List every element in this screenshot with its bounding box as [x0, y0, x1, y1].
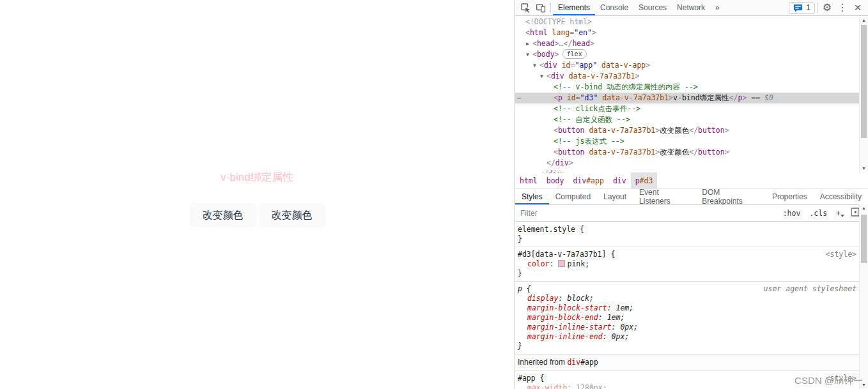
dom-tree-row[interactable]: <button data-v-7a7a37b1>改变颜色</button> [515, 147, 868, 158]
style-property[interactable]: margin-inline-end: 0px; [518, 332, 856, 342]
breadcrumb-item-body[interactable]: body [542, 172, 569, 188]
twisty-icon[interactable]: ▼ [540, 71, 546, 82]
scrollbar-thumb[interactable] [861, 25, 867, 138]
sidebar-tab-bar: StylesComputedLayoutEvent ListenersDOM B… [515, 189, 868, 205]
dom-tree-row[interactable]: ⋯<p id="d3" data-v-7a7a37b1>v-bind绑定属性</… [515, 93, 868, 103]
twisty-icon[interactable]: ▼ [526, 49, 532, 60]
breadcrumb-item-div#app[interactable]: div#app [568, 172, 608, 188]
sidebar-tab-dom-breakpoints[interactable]: DOM Breakpoints [695, 189, 766, 204]
style-property[interactable]: margin-block-start: 1em; [518, 303, 856, 313]
dom-tree-row[interactable]: <html lang="en"> [515, 27, 868, 38]
style-rule: <style>#d3[data-v-7a7a37b1] {color: pink… [515, 247, 859, 282]
tab-console[interactable]: Console [595, 0, 633, 15]
sidebar-tab-properties[interactable]: Properties [766, 189, 814, 204]
devtools-panel: ElementsConsoleSourcesNetwork » 1 ⚙ ⋮ × … [515, 0, 868, 389]
page-buttons-row: 改变颜色 改变颜色 [0, 203, 515, 227]
style-selector[interactable]: #app { [518, 374, 856, 383]
tab-elements[interactable]: Elements [553, 0, 595, 15]
dom-tree-row[interactable]: ▼<div data-v-7a7a37b1> [515, 71, 868, 82]
row-overflow-icon: ⋯ [517, 93, 522, 103]
breadcrumb-item-p#d3[interactable]: p#d3 [631, 172, 658, 188]
style-property[interactable]: color: pink; [518, 259, 856, 269]
web-page: v-bind绑定属性 改变颜色 改变颜色 [0, 0, 515, 389]
dom-tree-row[interactable]: <!DOCTYPE html> [515, 17, 868, 27]
kebab-menu-icon[interactable]: ⋮ [835, 0, 850, 15]
styles-pane: element.style {}<style>#d3[data-v-7a7a37… [515, 222, 859, 389]
page-title: v-bind绑定属性 [0, 170, 515, 185]
device-toolbar-icon[interactable] [533, 0, 548, 15]
toolbar-right-group: 1 ⚙ ⋮ × [789, 0, 868, 15]
style-selector[interactable]: element.style { [518, 225, 856, 234]
breadcrumb-item-div[interactable]: div [608, 172, 631, 188]
style-property[interactable]: margin-inline-start: 0px; [518, 323, 856, 332]
devtools-toolbar: ElementsConsoleSourcesNetwork » 1 ⚙ ⋮ × [515, 0, 868, 16]
twisty-icon[interactable]: ▼ [533, 60, 539, 71]
style-property[interactable]: margin-block-end: 1em; [518, 313, 856, 323]
sidebar-tab-layout[interactable]: Layout [597, 189, 633, 204]
message-bubble-icon [793, 3, 803, 13]
style-property[interactable]: display: block; [518, 294, 856, 303]
scrollbar-thumb[interactable] [861, 215, 867, 263]
stylesheet-origin-link[interactable]: <style> [826, 250, 856, 259]
sidebar-tab-styles[interactable]: Styles [515, 189, 549, 204]
inspect-element-icon[interactable] [518, 0, 533, 15]
tab-network[interactable]: Network [672, 0, 710, 15]
dom-tree-row[interactable]: ▶<head>…</head> [515, 38, 868, 49]
toolbar-divider [817, 3, 818, 13]
style-rule: user agent stylesheetp {display: block;m… [515, 282, 859, 355]
dom-tree-row[interactable]: <!-- 自定义函数 --> [515, 114, 868, 125]
devtools-tab-bar: ElementsConsoleSourcesNetwork [553, 0, 710, 15]
dom-tree-row[interactable]: </div> [515, 158, 868, 169]
breadcrumb: htmlbodydiv#appdivp#d3 [515, 172, 868, 189]
scroll-up-icon[interactable]: ▲ [860, 204, 868, 212]
issues-counter[interactable]: 1 [789, 2, 815, 14]
styles-scrollbar[interactable]: ▲ ▼ [859, 204, 868, 389]
flex-badge[interactable]: flex [562, 49, 587, 59]
toolbar-divider [550, 3, 551, 13]
dom-tree-row[interactable]: <!-- v-bind 动态的绑定属性的内容 --> [515, 82, 868, 93]
dom-tree-row[interactable]: ▼<body>flex [515, 49, 868, 60]
styles-filter-bar: Filter :hov.cls+ [515, 205, 868, 222]
close-devtools-icon[interactable]: × [850, 0, 865, 15]
dom-tree-row[interactable]: <!-- js表达式 --> [515, 136, 868, 147]
style-rule: element.style {} [515, 222, 859, 247]
dom-tree-row[interactable]: <!-- click点击事件--> [515, 103, 868, 114]
scroll-down-icon[interactable]: ▼ [860, 165, 868, 172]
filter-toggle-hov[interactable]: :hov [783, 209, 801, 218]
more-tabs-button[interactable]: » [710, 3, 725, 12]
inherited-node-link[interactable]: div#app [567, 358, 598, 367]
tab-sources[interactable]: Sources [633, 0, 672, 15]
filter-toggle-group: :hov.cls+ [783, 209, 851, 218]
dom-tree-row[interactable]: <button data-v-7a7a37b1>改变颜色</button> [515, 125, 868, 136]
filter-toggle-cls[interactable]: .cls [809, 209, 827, 218]
change-color-button-2[interactable]: 改变颜色 [259, 203, 325, 227]
inherited-from-bar: Inherited from div#app [515, 355, 859, 371]
dom-tree-row[interactable]: ▼<div id="app" data-v-app> [515, 60, 868, 71]
settings-gear-icon[interactable]: ⚙ [819, 0, 835, 15]
stylesheet-origin-link[interactable]: <style> [826, 374, 856, 383]
filter-input[interactable]: Filter [520, 209, 538, 218]
change-color-button-1[interactable]: 改变颜色 [190, 203, 256, 227]
elements-scrollbar[interactable]: ▲ ▼ [859, 17, 868, 172]
scroll-down-icon[interactable]: ▼ [860, 381, 868, 389]
color-swatch[interactable] [558, 260, 565, 267]
sidebar-tab-accessibility[interactable]: Accessibility [814, 189, 868, 204]
style-rule: <style>#app {max-width: 1280px;margin: ▸… [515, 371, 859, 389]
filter-toggle-[interactable]: + [836, 209, 841, 218]
stylesheet-origin-link[interactable]: user agent stylesheet [764, 284, 856, 294]
scroll-up-icon[interactable]: ▲ [860, 17, 868, 24]
breadcrumb-item-html[interactable]: html [515, 172, 542, 188]
issues-count-label: 1 [806, 3, 810, 12]
sidebar-tab-computed[interactable]: Computed [549, 189, 597, 204]
style-property[interactable]: max-width: 1280px; [518, 383, 856, 389]
sidebar-tab-event-listeners[interactable]: Event Listeners [633, 189, 695, 204]
dom-tree: <!DOCTYPE html><html lang="en">▶<head>…<… [515, 17, 868, 172]
twisty-icon[interactable]: ▶ [526, 38, 532, 49]
style-selector[interactable]: #d3[data-v-7a7a37b1] { [518, 250, 856, 259]
